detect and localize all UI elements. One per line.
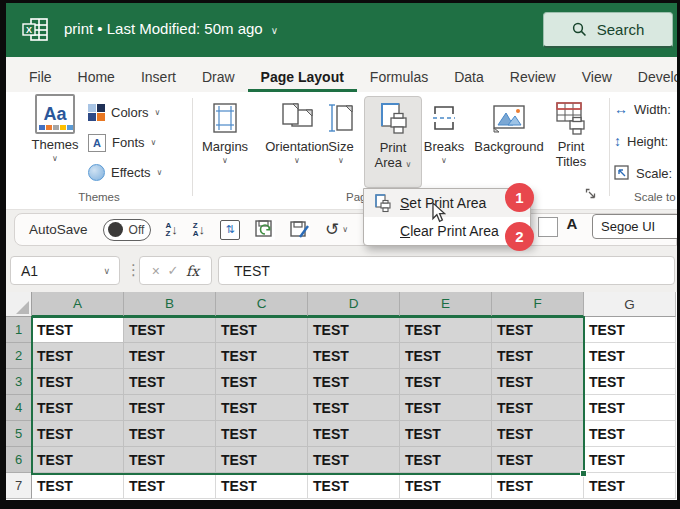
effects-button[interactable]: Effects∨ xyxy=(88,160,162,185)
scale-width-control[interactable]: ↔ Width: xyxy=(614,101,671,117)
cell-C3[interactable]: TEST xyxy=(216,369,308,395)
tab-home[interactable]: Home xyxy=(65,63,128,92)
cell-E3[interactable]: TEST xyxy=(400,369,492,395)
autosave-toggle[interactable]: Off xyxy=(103,219,151,241)
name-box[interactable]: A1 ∨ xyxy=(10,256,120,285)
font-name-input[interactable]: Segoe UI xyxy=(592,214,677,239)
cell-B2[interactable]: TEST xyxy=(124,343,216,369)
cell-E6[interactable]: TEST xyxy=(400,447,492,473)
cell-D3[interactable]: TEST xyxy=(308,369,400,395)
cell-D1[interactable]: TEST xyxy=(308,317,400,343)
cell-E1[interactable]: TEST xyxy=(400,317,492,343)
cell-A3[interactable]: TEST xyxy=(32,369,124,395)
enter-icon[interactable]: ✓ xyxy=(168,263,179,278)
outline-square-icon[interactable] xyxy=(538,217,558,237)
cell-C2[interactable]: TEST xyxy=(216,343,308,369)
column-header-E[interactable]: E xyxy=(400,292,492,317)
column-header-G[interactable]: G xyxy=(584,292,676,317)
cell-F7[interactable]: TEST xyxy=(492,473,584,499)
tab-draw[interactable]: Draw xyxy=(189,63,248,92)
cell-B6[interactable]: TEST xyxy=(124,447,216,473)
cell-C6[interactable]: TEST xyxy=(216,447,308,473)
insert-function-icon[interactable]: fx xyxy=(186,263,199,279)
column-header-A[interactable]: A xyxy=(32,292,124,317)
cell-C5[interactable]: TEST xyxy=(216,421,308,447)
cell-D5[interactable]: TEST xyxy=(308,421,400,447)
print-area-button[interactable]: Print Area ∨ xyxy=(364,96,422,188)
sort-ascending-button[interactable]: AZ ↓ xyxy=(166,222,178,238)
row-header-4[interactable]: 4 xyxy=(6,395,32,421)
cell-E4[interactable]: TEST xyxy=(400,395,492,421)
search-input[interactable]: Search xyxy=(543,12,673,48)
cell-F4[interactable]: TEST xyxy=(492,395,584,421)
colors-button[interactable]: Colors∨ xyxy=(88,100,160,125)
cell-G5[interactable]: TEST xyxy=(584,421,676,447)
cell-A2[interactable]: TEST xyxy=(32,343,124,369)
cell-A6[interactable]: TEST xyxy=(32,447,124,473)
cell-D7[interactable]: TEST xyxy=(308,473,400,499)
margins-button[interactable]: Margins ∨ xyxy=(196,96,254,190)
tab-formulas[interactable]: Formulas xyxy=(357,63,441,92)
cell-B3[interactable]: TEST xyxy=(124,369,216,395)
cell-F6[interactable]: TEST xyxy=(492,447,584,473)
undo-button[interactable]: ↺∨ xyxy=(325,219,348,240)
cell-C7[interactable]: TEST xyxy=(216,473,308,499)
cell-F5[interactable]: TEST xyxy=(492,421,584,447)
excel-logo-icon[interactable]: X xyxy=(22,17,49,42)
tab-file[interactable]: File xyxy=(16,63,65,92)
row-header-1[interactable]: 1 xyxy=(6,317,32,343)
cell-D6[interactable]: TEST xyxy=(308,447,400,473)
column-header-F[interactable]: F xyxy=(492,292,584,317)
row-header-6[interactable]: 6 xyxy=(6,447,32,473)
tab-page-layout[interactable]: Page Layout xyxy=(248,63,357,92)
cell-G1[interactable]: TEST xyxy=(584,317,676,343)
cell-E2[interactable]: TEST xyxy=(400,343,492,369)
breaks-button[interactable]: Breaks ∨ xyxy=(418,96,470,190)
tab-insert[interactable]: Insert xyxy=(128,63,189,92)
page-setup-dialog-launcher-icon[interactable] xyxy=(585,188,596,199)
row-header-3[interactable]: 3 xyxy=(6,369,32,395)
save-edit-button[interactable] xyxy=(290,220,310,240)
document-title[interactable]: print • Last Modified: 50m ago∨ xyxy=(64,20,278,37)
cell-C4[interactable]: TEST xyxy=(216,395,308,421)
cell-G7[interactable]: TEST xyxy=(584,473,676,499)
font-color-button[interactable]: A xyxy=(563,216,581,232)
cell-A1[interactable]: TEST xyxy=(32,317,124,343)
background-button[interactable]: Background xyxy=(467,96,551,190)
cell-B5[interactable]: TEST xyxy=(124,421,216,447)
sort-descending-button[interactable]: ZA ↓ xyxy=(193,222,205,238)
tab-data[interactable]: Data xyxy=(441,63,497,92)
save-refresh-button[interactable] xyxy=(255,220,275,240)
themes-button[interactable]: Aa Themes∨ xyxy=(26,94,84,163)
scale-control[interactable]: Scale: xyxy=(614,165,672,181)
row-header-5[interactable]: 5 xyxy=(6,421,32,447)
scale-height-control[interactable]: ↕ Height: xyxy=(614,133,668,149)
fonts-button[interactable]: A Fonts∨ xyxy=(88,130,156,155)
print-titles-button[interactable]: Print Titles xyxy=(543,96,599,190)
table-rows-button[interactable]: ⇅ xyxy=(220,220,240,240)
cancel-icon[interactable]: × xyxy=(152,263,160,279)
cell-G2[interactable]: TEST xyxy=(584,343,676,369)
column-header-C[interactable]: C xyxy=(216,292,308,317)
tab-developer[interactable]: Developer xyxy=(625,63,677,92)
cell-B4[interactable]: TEST xyxy=(124,395,216,421)
cell-G4[interactable]: TEST xyxy=(584,395,676,421)
formula-input[interactable]: TEST xyxy=(218,256,675,285)
cell-F3[interactable]: TEST xyxy=(492,369,584,395)
select-all-corner[interactable] xyxy=(6,292,32,317)
tab-view[interactable]: View xyxy=(569,63,625,92)
cell-F2[interactable]: TEST xyxy=(492,343,584,369)
cell-A4[interactable]: TEST xyxy=(32,395,124,421)
cell-E7[interactable]: TEST xyxy=(400,473,492,499)
column-header-D[interactable]: D xyxy=(308,292,400,317)
tab-review[interactable]: Review xyxy=(497,63,569,92)
column-header-B[interactable]: B xyxy=(124,292,216,317)
cell-G3[interactable]: TEST xyxy=(584,369,676,395)
cell-B7[interactable]: TEST xyxy=(124,473,216,499)
cell-A5[interactable]: TEST xyxy=(32,421,124,447)
row-header-2[interactable]: 2 xyxy=(6,343,32,369)
cell-D2[interactable]: TEST xyxy=(308,343,400,369)
row-header-7[interactable]: 7 xyxy=(6,473,32,499)
cell-D4[interactable]: TEST xyxy=(308,395,400,421)
cell-F1[interactable]: TEST xyxy=(492,317,584,343)
